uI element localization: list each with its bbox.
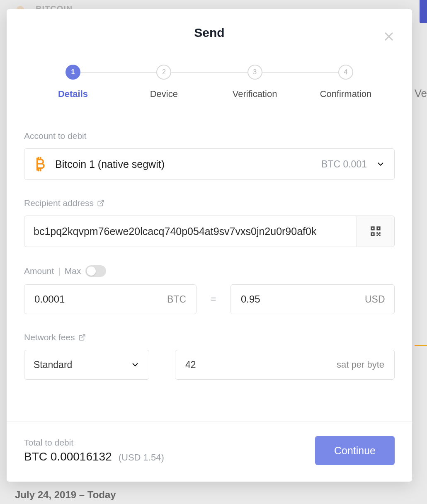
amount-label-row: Amount | Max	[24, 265, 395, 277]
modal-header: Send	[7, 9, 412, 40]
step-number: 3	[247, 65, 262, 80]
total-line: BTC 0.00016132 (USD 1.54)	[24, 450, 164, 463]
svg-rect-12	[378, 233, 379, 235]
label-divider: |	[58, 266, 60, 276]
step-details[interactable]: 1 Details	[44, 65, 102, 99]
step-number: 1	[66, 65, 80, 80]
recipient-label-text: Recipient address	[24, 198, 94, 208]
fees-field: Network fees Standard sat per byte	[24, 332, 395, 380]
amount-crypto-input[interactable]	[34, 293, 167, 305]
step-verification[interactable]: 3 Verification	[226, 65, 284, 99]
modal-body: Account to debit Bitcoin 1 (native segwi…	[7, 99, 412, 422]
step-label: Verification	[233, 89, 277, 99]
fees-label: Network fees	[24, 332, 395, 342]
fee-rate-box: sat per byte	[175, 350, 395, 380]
amount-crypto-box: BTC	[24, 284, 197, 314]
amount-field: Amount | Max BTC = USD	[24, 265, 395, 314]
fees-label-text: Network fees	[24, 332, 75, 342]
stepper-line	[73, 72, 346, 73]
amount-row: BTC = USD	[24, 284, 395, 314]
amount-fiat-box: USD	[230, 284, 395, 314]
total-block: Total to debit BTC 0.00016132 (USD 1.54)	[24, 438, 164, 463]
qr-scan-button[interactable]	[357, 216, 395, 247]
chevron-down-icon	[376, 160, 385, 169]
step-label: Confirmation	[320, 89, 372, 99]
bg-right-text: Ve	[415, 87, 427, 100]
account-balance: BTC 0.001	[321, 159, 367, 170]
amount-crypto-unit: BTC	[167, 294, 186, 305]
fee-tier-select[interactable]: Standard	[24, 350, 149, 380]
fee-rate-input[interactable]	[185, 359, 337, 371]
fee-rate-unit: sat per byte	[337, 359, 384, 370]
chevron-down-icon	[131, 360, 140, 369]
recipient-field: Recipient address	[24, 198, 395, 247]
bg-orange-bar	[415, 345, 427, 346]
account-field: Account to debit Bitcoin 1 (native segwi…	[24, 131, 395, 180]
amount-fiat-unit: USD	[365, 294, 385, 305]
equals-sign: =	[197, 294, 230, 305]
bg-date-range: July 24, 2019 – Today	[15, 489, 116, 501]
stepper: 1 Details 2 Device 3 Verification 4 Conf…	[7, 40, 412, 99]
svg-rect-7	[372, 233, 374, 235]
fees-row: Standard sat per byte	[24, 350, 395, 380]
continue-button[interactable]: Continue	[315, 436, 395, 465]
step-label: Details	[58, 89, 88, 99]
recipient-input-wrap	[24, 216, 357, 247]
step-number: 4	[338, 65, 353, 80]
step-device[interactable]: 2 Device	[135, 65, 193, 99]
external-link-icon[interactable]	[78, 334, 86, 341]
bitcoin-icon	[32, 156, 48, 172]
qr-code-icon	[370, 225, 381, 237]
fee-tier-value: Standard	[34, 359, 131, 371]
max-toggle[interactable]	[85, 265, 106, 277]
svg-rect-5	[378, 228, 379, 229]
account-label: Account to debit	[24, 131, 395, 141]
step-number: 2	[156, 65, 171, 80]
step-confirmation[interactable]: 4 Confirmation	[317, 65, 375, 99]
modal-title: Send	[7, 26, 412, 40]
external-link-icon[interactable]	[97, 199, 104, 207]
recipient-label: Recipient address	[24, 198, 395, 208]
max-label: Max	[65, 266, 81, 276]
modal-footer: Total to debit BTC 0.00016132 (USD 1.54)…	[7, 422, 412, 482]
amount-fiat-input[interactable]	[241, 293, 365, 305]
amount-label: Amount	[24, 266, 54, 276]
account-select[interactable]: Bitcoin 1 (native segwit) BTC 0.001	[24, 148, 395, 180]
recipient-row	[24, 216, 395, 247]
svg-rect-3	[372, 228, 374, 229]
send-modal: Send 1 Details 2 Device 3 Verification 4…	[7, 9, 412, 482]
step-label: Device	[150, 89, 178, 99]
total-crypto: BTC 0.00016132	[24, 450, 112, 463]
bg-purple-corner	[420, 0, 427, 23]
total-label: Total to debit	[24, 438, 164, 448]
recipient-input[interactable]	[34, 225, 347, 237]
account-name: Bitcoin 1 (native segwit)	[55, 158, 321, 170]
total-fiat: (USD 1.54)	[119, 452, 164, 463]
